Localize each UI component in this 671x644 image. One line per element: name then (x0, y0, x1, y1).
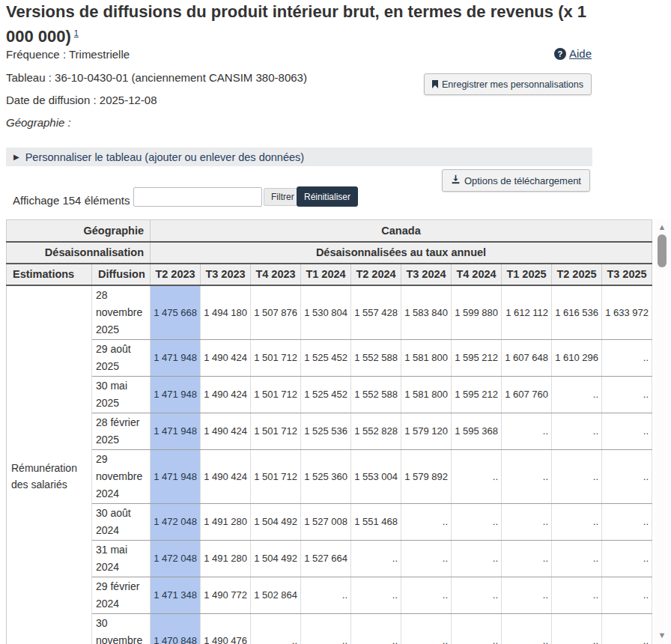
value-cell-selected: 1 470 848 (151, 613, 201, 644)
quarter-column-header: T2 2024 (351, 264, 401, 285)
value-cell: 1 490 424 (201, 413, 251, 449)
value-cell: 1 501 712 (251, 339, 301, 376)
quarter-column-header: T4 2024 (452, 264, 502, 285)
value-cell: .. (452, 449, 502, 503)
value-cell: 1 490 772 (201, 577, 251, 613)
data-table-viewport: Géographie Canada Désaisonnalisation Dés… (6, 219, 653, 644)
value-cell-selected: 1 472 048 (151, 540, 201, 577)
download-icon (451, 174, 461, 186)
value-cell: .. (602, 339, 652, 376)
value-cell: .. (502, 449, 552, 503)
table-row: Rémunération des salariés28 novembre 202… (7, 285, 652, 340)
value-cell: .. (602, 613, 652, 644)
table-row: 29 novembre 20241 471 9481 490 4241 501 … (7, 449, 652, 503)
scroll-up-icon[interactable]: ▲ (658, 221, 667, 233)
value-cell: .. (502, 540, 552, 577)
value-cell: 1 552 588 (351, 376, 401, 413)
value-cell: 1 525 452 (301, 376, 351, 413)
value-cell: .. (602, 540, 652, 577)
help-icon: ? (554, 48, 566, 60)
value-cell: .. (602, 413, 652, 449)
value-cell: 1 552 828 (351, 413, 401, 449)
value-cell: 1 525 452 (301, 339, 351, 376)
value-cell: .. (502, 503, 552, 540)
value-cell: 1 527 664 (301, 540, 351, 577)
quarter-column-header: T4 2023 (251, 264, 301, 285)
value-cell: 1 490 424 (201, 449, 251, 503)
page-title-text: Versions de diffusions du produit intéri… (6, 2, 586, 46)
release-date-cell: 31 mai 2024 (92, 540, 151, 577)
value-cell: .. (552, 503, 602, 540)
quarter-column-header: T3 2025 (602, 264, 652, 285)
value-cell: 1 551 468 (351, 503, 401, 540)
table-row: 30 novembre 20231 470 8481 490 476......… (7, 613, 652, 644)
value-cell: 1 579 120 (401, 413, 452, 449)
value-cell: .. (401, 613, 452, 644)
page-title: Versions de diffusions du produit intéri… (6, 1, 594, 47)
value-cell: .. (351, 540, 401, 577)
quarter-column-header: T3 2024 (401, 264, 452, 285)
value-cell: 1 502 864 (251, 577, 301, 613)
value-cell: .. (552, 376, 602, 413)
release-date-cell: 29 novembre 2024 (92, 449, 151, 503)
value-cell: 1 581 800 (401, 339, 452, 376)
value-cell: .. (452, 577, 502, 613)
value-cell: 1 612 112 (502, 285, 552, 340)
value-cell: .. (301, 613, 351, 644)
release-date-cell: 30 novembre 2023 (92, 613, 151, 644)
quarter-column-header: T2 2025 (552, 264, 602, 285)
value-cell: .. (552, 413, 602, 449)
value-cell: .. (351, 613, 401, 644)
release-date-cell: 30 mai 2025 (92, 376, 151, 413)
value-cell: 1 607 760 (502, 376, 552, 413)
vertical-scrollbar[interactable]: ▲ ▼ (655, 219, 670, 644)
reset-button[interactable]: Réinitialiser (297, 186, 358, 207)
value-cell: .. (452, 613, 502, 644)
value-cell-selected: 1 471 948 (151, 376, 201, 413)
value-cell: .. (502, 577, 552, 613)
value-cell: 1 530 804 (301, 285, 351, 340)
value-cell: 1 599 880 (452, 285, 502, 340)
value-cell: .. (301, 577, 351, 613)
footnote-link[interactable]: 1 (74, 28, 79, 37)
value-cell: 1 552 588 (351, 339, 401, 376)
value-cell: 1 501 712 (251, 413, 301, 449)
estimate-label: Rémunération des salariés (7, 285, 92, 644)
value-cell: 1 527 008 (301, 503, 351, 540)
value-cell-selected: 1 471 348 (151, 577, 201, 613)
value-cell: 1 633 972 (602, 285, 652, 340)
value-cell: .. (251, 613, 301, 644)
scrollbar-thumb[interactable] (658, 234, 667, 267)
value-cell: 1 583 840 (401, 285, 452, 340)
geography-header: Géographie (7, 220, 151, 242)
quarter-column-header: T3 2023 (201, 264, 251, 285)
value-cell: .. (502, 613, 552, 644)
customize-table-accordion[interactable]: ▶ Personnaliser le tableau (ajouter ou e… (6, 148, 592, 166)
value-cell: 1 491 280 (201, 540, 251, 577)
help-link-label: Aide (569, 47, 592, 60)
save-customizations-button[interactable]: Enregistrer mes personnalisations (424, 73, 592, 95)
value-cell: .. (351, 577, 401, 613)
value-cell: .. (452, 540, 502, 577)
value-cell: 1 579 892 (401, 449, 452, 503)
release-date-cell: 29 février 2024 (92, 577, 151, 613)
release-date: Date de diffusion : 2025-12-08 (6, 94, 157, 106)
table-row: 30 mai 20251 471 9481 490 4241 501 7121 … (7, 376, 652, 413)
scroll-down-icon[interactable]: ▼ (658, 629, 667, 641)
chevron-right-icon: ▶ (13, 153, 19, 161)
value-cell: 1 595 368 (452, 413, 502, 449)
value-cell: 1 581 800 (401, 376, 452, 413)
value-cell: 1 507 876 (251, 285, 301, 340)
download-options-button[interactable]: Options de téléchargement (442, 169, 590, 192)
value-cell: 1 490 424 (201, 376, 251, 413)
frequency-label: Fréquence : Trimestrielle (6, 48, 130, 61)
header-row-geography: Géographie Canada (7, 220, 652, 242)
value-cell: 1 490 424 (201, 339, 251, 376)
header-row-quarters: Estimations Diffusion T2 2023T3 2023T4 2… (7, 264, 652, 285)
value-cell-selected: 1 471 948 (151, 339, 201, 376)
help-link[interactable]: ? Aide (554, 47, 592, 60)
header-row-seasonal: Désaisonnalisation Désaisonnalisées au t… (7, 242, 652, 264)
filter-input[interactable] (133, 187, 262, 207)
release-date-cell: 28 novembre 2025 (92, 285, 151, 340)
value-cell: 1 525 360 (301, 449, 351, 503)
